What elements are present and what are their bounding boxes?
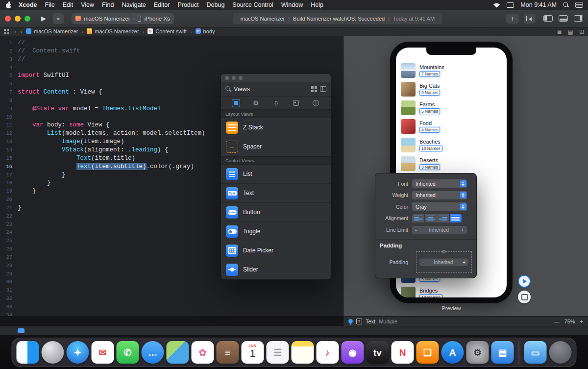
library-item-datepicker[interactable]: Date Picker [221, 241, 331, 260]
pin-preview-icon[interactable] [348, 319, 353, 323]
menu-clock[interactable]: Mon 9:41 AM [520, 1, 557, 8]
tab-modifiers-icon[interactable] [252, 99, 260, 107]
run-button[interactable]: ▶ [41, 15, 46, 22]
stop-button[interactable]: ■ [53, 13, 64, 24]
preview-list-row[interactable]: Big Cats9 Names [396, 80, 507, 98]
code-line[interactable]: 3// [0, 55, 343, 64]
breadcrumb-item[interactable]: macOS Namerizer [87, 28, 139, 34]
tab-media-icon[interactable] [292, 99, 300, 107]
editor-options-icon[interactable]: ≣ [557, 28, 562, 35]
dock-facetime[interactable]: ✆ [117, 341, 139, 364]
library-search-input[interactable]: Views [234, 86, 308, 93]
padding-widget[interactable]: - Inherited + [416, 251, 472, 273]
code-line[interactable]: 32 [0, 295, 343, 303]
preview-on-device-button[interactable] [518, 291, 531, 303]
row-count-badge[interactable]: 9 Names [419, 90, 440, 96]
library-item-slider[interactable]: Slider [221, 260, 331, 279]
activity-viewer[interactable]: macOS Namerizer | Build Namerizer watchO… [232, 13, 443, 25]
list-view-icon[interactable] [320, 86, 326, 92]
wifi-icon[interactable] [493, 2, 500, 8]
preview-list-row[interactable]: Deserts3 Names [396, 154, 507, 173]
debug-area-toggle-button[interactable] [559, 15, 568, 22]
row-count-badge[interactable]: 4 Names [419, 127, 440, 133]
panel-zoom-button[interactable] [239, 76, 243, 80]
menu-debug[interactable]: Debug [207, 1, 225, 8]
forward-button[interactable]: › [20, 28, 22, 35]
library-item-toggle[interactable]: Toggle [221, 222, 331, 241]
menu-edit[interactable]: Edit [63, 1, 74, 8]
preview-list-row[interactable]: Farms5 Names [396, 98, 507, 117]
line-limit-plus[interactable]: + [458, 227, 467, 233]
panel-close-button[interactable] [225, 76, 229, 80]
row-count-badge[interactable]: 5 Names [419, 108, 440, 114]
spotlight-search-icon[interactable] [563, 2, 569, 8]
padding-plus[interactable]: + [460, 259, 468, 265]
menu-find[interactable]: Find [102, 1, 114, 8]
dock-books[interactable]: ❏ [416, 341, 439, 364]
back-button[interactable]: ‹ [14, 28, 16, 35]
breadcrumb-item[interactable]: macOS Namerizer [26, 28, 78, 34]
preview-list-row[interactable]: Beaches10 Names [396, 136, 507, 154]
zoom-in-button[interactable]: + [580, 319, 583, 324]
dock-display-app[interactable]: ▭ [524, 341, 547, 364]
menu-editor[interactable]: Editor [154, 1, 170, 8]
menu-source-control[interactable]: Source Control [232, 1, 273, 8]
dock-system-preferences[interactable]: ⚙ [466, 341, 489, 364]
padding-top-handle[interactable] [442, 250, 446, 253]
control-center-icon[interactable] [575, 2, 582, 8]
display-icon[interactable] [507, 2, 514, 8]
preview-list-row[interactable]: Food4 Names [396, 117, 507, 136]
dock-notes[interactable] [292, 341, 314, 364]
align-left-segment[interactable] [412, 214, 424, 222]
apple-menu-icon[interactable] [6, 2, 12, 8]
row-count-badge[interactable]: 13 Names [419, 295, 442, 300]
inspector-toggle-button[interactable] [574, 15, 583, 22]
dock-photos[interactable]: ✿ [192, 341, 214, 364]
grid-view-icon[interactable] [311, 86, 317, 92]
library-titlebar[interactable] [221, 74, 331, 82]
dock-calendar[interactable]: JUN1 [242, 341, 264, 364]
preview-list-row[interactable]: Mountains7 Names [396, 61, 507, 80]
dock-launchpad[interactable] [42, 341, 64, 364]
tab-views-icon[interactable] [232, 99, 240, 107]
menu-product[interactable]: Product [177, 1, 198, 8]
dock-developer-app[interactable]: ▤ [491, 341, 514, 364]
zoom-level[interactable]: 75% [564, 319, 575, 324]
library-item-button[interactable]: Button [221, 203, 331, 222]
tab-colors-icon[interactable] [312, 99, 320, 107]
menu-view[interactable]: View [81, 1, 94, 8]
dock-reminders[interactable]: ☰ [267, 341, 289, 364]
padding-minus[interactable]: - [419, 259, 427, 265]
app-menu-title[interactable]: Xcode [19, 1, 37, 8]
dock-safari[interactable]: ✦ [67, 341, 89, 364]
library-item-text[interactable]: Text [221, 184, 331, 203]
zoom-out-button[interactable]: — [554, 319, 560, 324]
dock-finder[interactable] [17, 341, 39, 364]
dock-news[interactable]: N [392, 341, 414, 364]
weight-popup[interactable]: Inherited [412, 191, 467, 199]
library-item-zstack[interactable]: Z Stack [221, 118, 331, 137]
dock-trash[interactable] [549, 341, 572, 364]
breadcrumb-item[interactable]: body [196, 28, 215, 34]
dock-music[interactable]: ♪ [317, 341, 339, 364]
dock-maps[interactable] [167, 341, 189, 364]
row-count-badge[interactable]: 3 Names [419, 164, 440, 170]
editor-arrow-button[interactable] [524, 14, 536, 24]
color-popup[interactable]: Gray [412, 202, 467, 211]
align-center-segment[interactable] [425, 214, 437, 222]
preview-list-row[interactable]: Bridges13 Names [396, 285, 507, 303]
code-line[interactable]: 31 [0, 286, 343, 295]
align-justify-segment[interactable] [450, 214, 462, 222]
close-window-button[interactable] [5, 16, 11, 22]
minimize-window-button[interactable] [15, 16, 21, 22]
navigator-toggle-button[interactable] [543, 15, 553, 22]
menu-file[interactable]: File [45, 1, 55, 8]
code-line[interactable]: 33 [0, 303, 343, 311]
menu-help[interactable]: Help [311, 1, 323, 8]
add-editor-icon[interactable]: ⊞ [579, 28, 584, 35]
tab-snippets-icon[interactable] [272, 99, 280, 107]
library-plus-button[interactable]: + [506, 14, 519, 24]
dock-app-store[interactable]: A [441, 341, 464, 364]
row-count-badge[interactable]: 7 Names [419, 71, 440, 77]
code-line[interactable]: 2// Content.swift [0, 47, 343, 55]
